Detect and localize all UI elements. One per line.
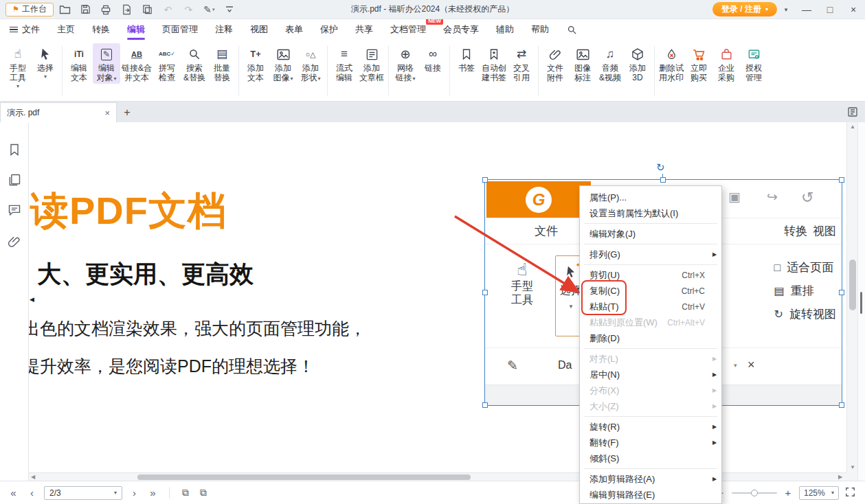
ribbon-button-link[interactable]: ∞ 链接: [419, 43, 447, 73]
ribbon-button-file-attachment[interactable]: 文件附件: [541, 43, 569, 82]
context-menu-item-paste[interactable]: 粘贴(T)Ctrl+V: [580, 299, 721, 314]
menu-share[interactable]: 共享: [355, 19, 373, 40]
ribbon-button-web-link[interactable]: ⊕ 网络链接▾: [392, 43, 419, 84]
redo-icon[interactable]: ↷: [179, 2, 198, 17]
print-icon[interactable]: [97, 2, 115, 17]
scroll-up-icon[interactable]: ▲: [847, 124, 858, 130]
context-menu-item-flip[interactable]: 翻转(F)▶: [580, 435, 721, 450]
undo-icon[interactable]: ↶: [159, 2, 177, 17]
thumbnails-panel-icon[interactable]: [8, 173, 21, 187]
scroll-right-icon[interactable]: ▶: [838, 474, 842, 480]
ribbon-button-image-annotation[interactable]: 图像标注: [569, 43, 596, 82]
context-menu-item-properties[interactable]: 属性(P)...: [580, 190, 721, 205]
new-tab-button[interactable]: +: [117, 102, 137, 122]
panel-collapse-icon[interactable]: ◀: [30, 296, 34, 303]
customize-toolbar-icon[interactable]: [221, 2, 239, 17]
menu-member-exclusive[interactable]: 会员专享: [443, 19, 479, 40]
horizontal-scroll-thumb[interactable]: [137, 474, 471, 480]
menu-edit[interactable]: 编辑: [127, 19, 145, 40]
ribbon-button-search-replace[interactable]: 搜索&替换: [181, 43, 208, 82]
pen-tool-icon[interactable]: ✎▾: [200, 2, 218, 17]
scroll-down-icon[interactable]: ▼: [847, 464, 858, 470]
tab-active-document[interactable]: 演示. pdf ×: [0, 102, 117, 122]
selection-handle-ne[interactable]: [839, 177, 844, 183]
menu-convert[interactable]: 转换: [92, 19, 110, 40]
context-menu-item-edit-clip-path[interactable]: 编辑剪辑路径(E): [580, 487, 721, 503]
ribbon-button-audio-video[interactable]: ♫ 音频&视频: [596, 43, 624, 82]
menu-view[interactable]: 视图: [250, 19, 268, 40]
menu-page-management[interactable]: 页面管理: [162, 19, 198, 40]
context-menu-item-center[interactable]: 居中(N)▶: [580, 367, 721, 382]
ribbon-button-auto-bookmark[interactable]: 自动创建书签: [480, 43, 508, 82]
ribbon-button-edit-object[interactable]: ✎ 编辑对象▾: [93, 43, 120, 84]
context-menu-item-skew[interactable]: 倾斜(S): [580, 450, 721, 466]
selection-handle-se[interactable]: [839, 402, 844, 408]
tab-close-icon[interactable]: ×: [104, 108, 110, 118]
context-menu-item-copy[interactable]: 复制(C)Ctrl+C: [580, 283, 721, 299]
login-button[interactable]: 登录 / 注册 ▾: [712, 2, 777, 16]
context-menu-item-edit-object[interactable]: 编辑对象(J): [580, 226, 721, 242]
first-page-button[interactable]: «: [4, 487, 23, 499]
ribbon-button-edit-text[interactable]: iTi 编辑文本: [65, 43, 93, 82]
selection-handle-n[interactable]: [660, 177, 666, 183]
next-page-button[interactable]: ›: [125, 487, 144, 499]
save-icon[interactable]: [76, 2, 95, 17]
ribbon-button-spell-check[interactable]: ABC✓ 拼写检查: [153, 43, 181, 82]
ribbon-button-add-text[interactable]: T+ 添加文本: [242, 43, 269, 82]
rotation-handle-icon[interactable]: ↻: [656, 162, 665, 172]
ribbon-button-bookmark[interactable]: 书签: [453, 43, 480, 73]
selection-handle-sw[interactable]: [482, 402, 488, 408]
last-page-button[interactable]: »: [144, 487, 162, 499]
selection-handle-nw[interactable]: [482, 177, 488, 183]
zoom-slider-thumb[interactable]: [751, 490, 758, 496]
attachments-panel-icon[interactable]: [8, 235, 21, 249]
ribbon-button-add-article-box[interactable]: 添加文章框: [358, 43, 385, 82]
zoom-level-select[interactable]: 125% ▾: [799, 486, 839, 500]
vertical-scrollbar[interactable]: ▲ ▼: [846, 122, 857, 472]
convert-doc-icon[interactable]: [138, 2, 157, 17]
ribbon-button-add-shape[interactable]: ○△ 添加形状▾: [297, 43, 324, 84]
context-menu-item-arrange[interactable]: 排列(G)▶: [580, 247, 721, 262]
ribbon-button-add-image[interactable]: 添加图像▾: [269, 43, 297, 84]
vertical-scroll-thumb[interactable]: [849, 260, 856, 310]
ribbon-button-buy-now[interactable]: 立即购买: [685, 43, 712, 82]
ribbon-button-cross-reference[interactable]: ⇄ 交叉引用: [508, 43, 535, 82]
context-menu-item-rotate[interactable]: 旋转(R)▶: [580, 419, 721, 435]
zoom-slider[interactable]: [732, 492, 777, 494]
horizontal-scrollbar[interactable]: ◀ ▶: [29, 472, 846, 481]
minimize-button[interactable]: —: [795, 0, 818, 19]
copy-page-icon[interactable]: ⧉: [177, 487, 194, 499]
close-button[interactable]: ×: [842, 0, 865, 19]
maximize-button[interactable]: □: [818, 0, 842, 19]
selection-handle-e[interactable]: [839, 290, 844, 295]
ribbon-button-link-merge-text[interactable]: AB 链接&合并文本: [120, 43, 153, 82]
menu-help[interactable]: 帮助: [531, 19, 549, 40]
export-doc-icon[interactable]: [117, 2, 136, 17]
ribbon-button-enterprise-purchase[interactable]: 企业采购: [712, 43, 740, 82]
ribbon-button-select[interactable]: 选择 ▾: [32, 43, 59, 80]
ribbon-button-hand-tool[interactable]: ☝ 手型工具 ▾: [4, 43, 32, 89]
context-menu-item-cut[interactable]: 剪切(U)Ctrl+X: [580, 267, 721, 283]
ribbon-button-batch-replace[interactable]: ▤ 批量替换: [208, 43, 236, 82]
menu-comment[interactable]: 注释: [215, 19, 233, 40]
menu-protect[interactable]: 保护: [320, 19, 338, 40]
open-file-icon[interactable]: [56, 2, 74, 17]
ribbon-button-license-management[interactable]: 授权管理: [740, 43, 767, 82]
menu-document-management[interactable]: 文档管理 NEW: [390, 19, 426, 40]
context-menu-item-delete[interactable]: 删除(D): [580, 330, 721, 346]
bookmark-panel-icon[interactable]: [8, 143, 21, 157]
comments-panel-icon[interactable]: [8, 203, 21, 217]
ribbon-button-remove-trial-watermark[interactable]: 删除试用水印: [658, 43, 685, 82]
paste-page-icon[interactable]: ⧉: [194, 487, 212, 499]
prev-page-button[interactable]: ‹: [23, 487, 41, 499]
zoom-in-button[interactable]: +: [783, 487, 793, 499]
fit-screen-button[interactable]: [845, 487, 855, 499]
context-menu-item-add-clip-path[interactable]: 添加剪辑路径(A)▶: [580, 471, 721, 487]
menu-home[interactable]: 主页: [57, 19, 75, 40]
collapse-ribbon-icon[interactable]: ▾: [777, 6, 795, 13]
panel-splitter-grip[interactable]: [860, 292, 862, 314]
context-menu-item-set-default[interactable]: 设置当前属性为默认(I): [580, 205, 721, 221]
search-icon[interactable]: [567, 25, 577, 35]
scroll-left-icon[interactable]: ◀: [31, 474, 35, 480]
selection-handle-w[interactable]: [482, 290, 488, 295]
